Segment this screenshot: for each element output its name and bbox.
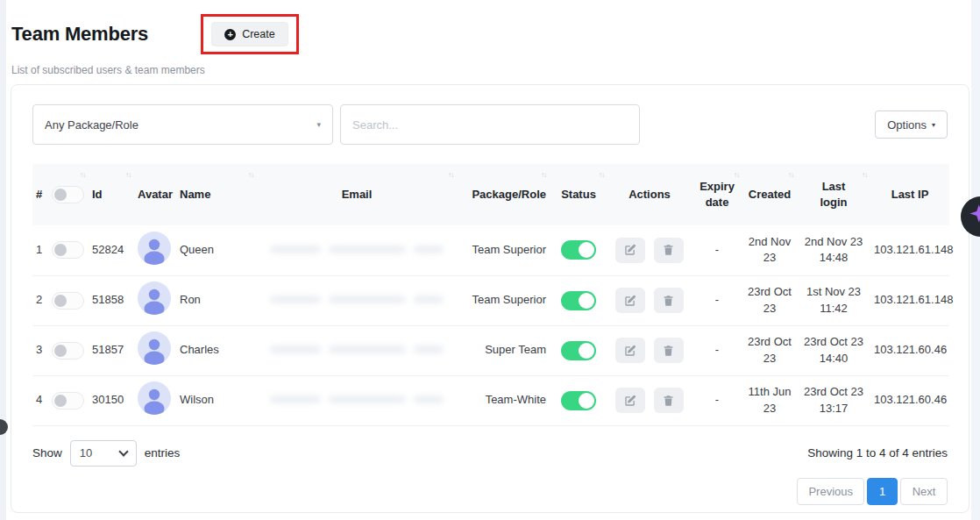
team-members-card: Any Package/Role ▾ Options ▾ # ↑↓ Id↑↓ xyxy=(11,84,969,513)
status-toggle[interactable] xyxy=(561,341,596,360)
column-header-select-all[interactable]: ↑↓ xyxy=(48,164,89,225)
select-all-toggle[interactable] xyxy=(52,186,84,203)
delete-button[interactable] xyxy=(654,238,684,263)
side-drawer-handle[interactable] xyxy=(0,419,8,435)
column-header-last-login[interactable]: Last login↑↓ xyxy=(797,164,870,225)
edit-icon xyxy=(624,295,636,307)
caret-down-icon: ▾ xyxy=(316,120,321,129)
email-redacted-blur xyxy=(270,345,444,353)
caret-down-icon: ▾ xyxy=(932,121,935,129)
sort-icon: ↑↓ xyxy=(80,171,85,181)
last-ip: 103.121.61.148 xyxy=(870,275,949,325)
create-button[interactable]: + Create xyxy=(211,22,288,46)
person-icon xyxy=(138,381,171,415)
row-select-toggle[interactable] xyxy=(52,342,84,360)
trash-icon xyxy=(663,244,674,256)
entries-label: entries xyxy=(145,446,181,459)
member-id: 52824 xyxy=(89,225,134,275)
edit-button[interactable] xyxy=(615,388,645,413)
created-date: 2nd Nov 23 xyxy=(742,225,797,275)
column-header-id[interactable]: Id↑↓ xyxy=(89,164,134,225)
package-role: Team Superior xyxy=(457,225,550,275)
last-login: 23rd Oct 23 13:17 xyxy=(797,375,870,425)
annotation-highlight: + Create xyxy=(201,14,299,54)
column-header-status[interactable]: Status↑↓ xyxy=(550,164,607,225)
row-number: 3 xyxy=(32,325,48,375)
person-icon xyxy=(138,331,171,365)
trash-icon xyxy=(663,395,674,407)
avatar xyxy=(138,381,171,415)
pagination: Previous 1 Next xyxy=(32,478,948,505)
next-page-button[interactable]: Next xyxy=(900,478,948,505)
scrollbar-track[interactable] xyxy=(971,0,980,520)
sort-icon: ↑↓ xyxy=(788,171,793,181)
edit-button[interactable] xyxy=(615,338,645,363)
column-header-package-role[interactable]: Package/Role↑↓ xyxy=(457,164,550,225)
member-name: Queen xyxy=(176,225,257,275)
search-input[interactable] xyxy=(340,104,640,145)
page-subtitle: List of subscribed users & team members xyxy=(11,64,980,76)
row-number: 4 xyxy=(32,375,48,425)
last-ip: 103.121.60.46 xyxy=(870,325,949,375)
options-button[interactable]: Options ▾ xyxy=(875,110,948,139)
avatar xyxy=(138,331,171,365)
table-header-row: # ↑↓ Id↑↓ Avatar Name↑↓ Email↑↓ Package/… xyxy=(32,164,949,225)
column-header-expiry-date[interactable]: Expiry date↑↓ xyxy=(692,164,742,225)
options-button-label: Options xyxy=(887,118,927,132)
person-icon xyxy=(138,281,171,315)
row-number: 1 xyxy=(32,225,48,275)
delete-button[interactable] xyxy=(654,288,684,313)
created-date: 11th Jun 23 xyxy=(742,375,797,425)
chevron-down-icon xyxy=(118,446,128,456)
edit-icon xyxy=(624,244,636,256)
entries-per-page-select[interactable]: 10 xyxy=(70,440,137,467)
status-toggle[interactable] xyxy=(561,291,596,310)
show-label: Show xyxy=(32,446,62,459)
table-row: 1 52824 Queen Team Superior - 2nd Nov 23… xyxy=(32,225,949,275)
package-role: Team-White xyxy=(457,375,550,425)
sort-icon: ↑↓ xyxy=(862,171,867,181)
page-1-button[interactable]: 1 xyxy=(867,478,898,505)
package-role-select[interactable]: Any Package/Role ▾ xyxy=(32,104,333,145)
status-toggle[interactable] xyxy=(561,240,596,260)
column-header-num[interactable]: # xyxy=(32,164,48,225)
member-name: Ron xyxy=(176,275,257,325)
status-toggle[interactable] xyxy=(561,391,596,410)
sort-icon: ↑↓ xyxy=(734,171,739,181)
last-login: 2nd Nov 23 14:48 xyxy=(797,225,870,275)
avatar xyxy=(138,232,171,265)
sort-icon: ↑↓ xyxy=(248,171,253,181)
showing-status-text: Showing 1 to 4 of 4 entries xyxy=(807,446,948,459)
column-header-actions: Actions xyxy=(607,164,692,225)
column-header-avatar: Avatar xyxy=(134,164,176,225)
package-role: Team Superior xyxy=(457,275,550,325)
trash-icon xyxy=(663,295,674,307)
edit-button[interactable] xyxy=(615,238,645,263)
created-date: 23rd Oct 23 xyxy=(742,325,797,375)
delete-button[interactable] xyxy=(654,388,684,413)
page-title: Team Members xyxy=(11,23,148,46)
previous-page-button[interactable]: Previous xyxy=(797,478,864,505)
sort-icon: ↑↓ xyxy=(541,171,546,181)
sort-icon: ↑↓ xyxy=(599,171,604,181)
edit-button[interactable] xyxy=(615,288,645,313)
edit-icon xyxy=(624,345,636,357)
column-header-email[interactable]: Email↑↓ xyxy=(257,164,457,225)
column-header-created[interactable]: Created↑↓ xyxy=(742,164,797,225)
last-login: 23rd Oct 23 14:40 xyxy=(797,325,870,375)
created-date: 23rd Oct 23 xyxy=(742,275,797,325)
expiry-date: - xyxy=(692,225,742,275)
entries-per-page-value: 10 xyxy=(80,446,92,459)
row-select-toggle[interactable] xyxy=(52,392,84,410)
column-header-name[interactable]: Name↑↓ xyxy=(176,164,257,225)
delete-button[interactable] xyxy=(654,338,684,363)
left-gutter xyxy=(0,0,6,520)
sparkle-icon xyxy=(966,200,980,233)
package-role: Super Team xyxy=(457,325,550,375)
expiry-date: - xyxy=(692,275,742,325)
page-header: Team Members + Create List of subscribed… xyxy=(0,0,980,76)
row-select-toggle[interactable] xyxy=(52,241,84,259)
row-select-toggle[interactable] xyxy=(52,292,84,310)
package-role-selected-value: Any Package/Role xyxy=(45,118,138,132)
table-row: 3 51857 Charles Super Team - 23rd Oct 23… xyxy=(32,325,949,375)
